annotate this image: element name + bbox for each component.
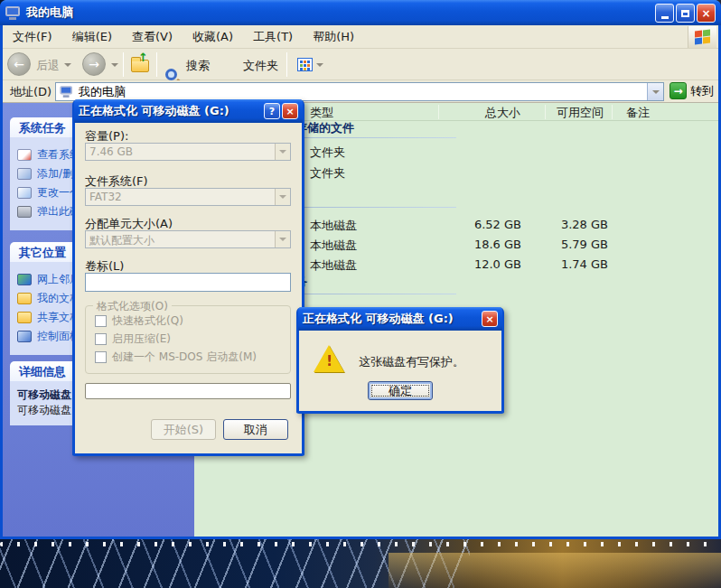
allocation-combobox: 默认配置大小: [85, 230, 291, 248]
toolbar-separator2: [156, 52, 157, 77]
search-label[interactable]: 搜索: [186, 58, 210, 74]
eject-disk-icon: [17, 206, 32, 218]
cancel-button[interactable]: 取消: [223, 419, 288, 440]
format-dialog-close-button[interactable]: ×: [282, 103, 298, 119]
menu-tools[interactable]: 工具(T): [243, 25, 303, 49]
checkbox-icon: [95, 315, 107, 327]
search-icon[interactable]: [165, 69, 177, 80]
quick-format-checkbox[interactable]: 快速格式化(Q): [95, 313, 183, 329]
format-dialog-titlebar[interactable]: 正在格式化 可移动磁盘 (G:) ? ×: [74, 99, 303, 123]
row-disk-2-total: 18.6 GB: [440, 238, 521, 251]
toolbar-separator: [123, 52, 124, 77]
row-disk-1-type[interactable]: 本地磁盘: [310, 218, 357, 234]
window-titlebar[interactable]: 我的电脑 ×: [0, 0, 721, 25]
menu-bar: 文件(F) 编辑(E) 查看(V) 收藏(A) 工具(T) 帮助(H): [3, 25, 718, 49]
back-button[interactable]: ←: [7, 52, 31, 76]
forward-button[interactable]: →: [82, 52, 106, 76]
forward-dropdown-icon[interactable]: [111, 63, 118, 67]
row-folder-2-type[interactable]: 文件夹: [310, 165, 345, 182]
back-dropdown-icon[interactable]: [64, 63, 71, 67]
column-separator2[interactable]: [545, 105, 546, 119]
views-grid-icon: [297, 58, 313, 71]
toolbar: ← 后退 → ↑ 搜索 文件夹: [3, 49, 718, 80]
format-dialog-body: 容量(P): 7.46 GB 文件系统(F) FAT32 分配单元大小(A) 默…: [75, 123, 302, 453]
change-setting-icon: [17, 187, 32, 199]
up-arrow-icon: ↑: [138, 51, 148, 64]
checkbox-icon3: [95, 351, 107, 363]
row-disk-3-type[interactable]: 本地磁盘: [310, 257, 357, 274]
error-message: 这张磁盘有写保护。: [359, 354, 464, 370]
error-dialog: 正在格式化 可移动磁盘 (G:) × ! 这张磁盘有写保护。 确定: [296, 307, 504, 414]
row-disk-1-total: 6.52 GB: [440, 218, 521, 231]
error-dialog-titlebar[interactable]: 正在格式化 可移动磁盘 (G:) ×: [298, 307, 502, 331]
address-value: 我的电脑: [79, 84, 126, 100]
toolbar-separator3: [286, 52, 287, 77]
row-disk-3-free: 1.74 GB: [522, 257, 608, 271]
views-button[interactable]: [294, 52, 330, 77]
maximize-button[interactable]: [676, 4, 695, 23]
capacity-dropdown-icon: [275, 144, 290, 160]
bridge-road-photo: [389, 553, 721, 588]
my-documents-icon: [17, 293, 32, 304]
format-dialog: 正在格式化 可移动磁盘 (G:) ? × 容量(P): 7.46 GB 文件系统…: [72, 99, 304, 456]
enable-compression-checkbox[interactable]: 启用压缩(E): [95, 331, 171, 347]
file-system-dropdown-icon: [275, 189, 290, 205]
my-computer-icon: [5, 6, 22, 20]
column-free-space[interactable]: 可用空间: [522, 105, 604, 121]
error-dialog-body: ! 这张磁盘有写保护。 确定: [299, 331, 501, 411]
ok-button[interactable]: 确定: [368, 381, 433, 400]
checkbox-icon2: [95, 333, 107, 345]
go-label: 转到: [690, 83, 714, 99]
file-system-combobox: FAT32: [85, 188, 291, 206]
network-places-icon: [17, 274, 32, 285]
address-computer-icon: [60, 86, 73, 98]
column-total-size[interactable]: 总大小: [439, 105, 520, 121]
row-disk-2-type[interactable]: 本地磁盘: [310, 238, 357, 254]
system-info-icon: [17, 149, 32, 161]
address-dropdown-button[interactable]: [647, 83, 663, 100]
minimize-button[interactable]: [655, 4, 674, 23]
error-dialog-title: 正在格式化 可移动磁盘 (G:): [303, 311, 454, 327]
shared-documents-icon: [17, 312, 32, 323]
row-disk-3-total: 12.0 GB: [440, 257, 521, 271]
menu-help[interactable]: 帮助(H): [303, 25, 364, 49]
help-button[interactable]: ?: [264, 103, 280, 119]
menu-view[interactable]: 查看(V): [122, 25, 183, 49]
views-caret-icon: [316, 63, 323, 67]
address-combobox[interactable]: 我的电脑: [55, 82, 664, 101]
start-button[interactable]: 开始(S): [151, 419, 216, 440]
column-type[interactable]: 类型: [310, 105, 333, 121]
row-disk-1-free: 3.28 GB: [522, 218, 608, 231]
windows-logo: [688, 26, 716, 48]
allocation-dropdown-icon: [275, 231, 290, 247]
menu-file[interactable]: 文件(F): [3, 25, 62, 49]
column-separator[interactable]: [438, 105, 439, 119]
volume-label-input[interactable]: [85, 273, 291, 292]
format-options-label: 格式化选项(O): [93, 299, 172, 314]
format-options-groupbox: 格式化选项(O) 快速格式化(Q) 启用压缩(E) 创建一个 MS-DOS 启动…: [85, 305, 291, 374]
format-progress-bar: [85, 383, 291, 399]
back-label: 后退: [36, 58, 60, 74]
warning-icon: !: [314, 345, 344, 372]
close-button[interactable]: ×: [697, 4, 716, 23]
msdos-startup-checkbox[interactable]: 创建一个 MS-DOS 启动盘(M): [95, 350, 257, 365]
menu-edit[interactable]: 编辑(E): [62, 25, 122, 49]
windows-flag-icon: [695, 30, 711, 44]
bridge-lights-photo: [0, 542, 721, 546]
folders-label[interactable]: 文件夹: [243, 58, 278, 74]
go-arrow-icon: →: [670, 82, 687, 99]
column-separator3[interactable]: [612, 105, 613, 119]
control-panel-icon: [17, 331, 32, 342]
address-label: 地址(D): [10, 84, 52, 100]
format-dialog-title: 正在格式化 可移动磁盘 (G:): [79, 103, 229, 119]
go-button[interactable]: → 转到: [670, 82, 714, 99]
error-dialog-close-button[interactable]: ×: [482, 311, 498, 327]
row-disk-2-free: 5.79 GB: [522, 238, 608, 251]
add-remove-icon: [17, 168, 32, 180]
window-title: 我的电脑: [26, 5, 73, 21]
capacity-combobox: 7.46 GB: [85, 143, 291, 161]
row-folder-1-type[interactable]: 文件夹: [310, 145, 345, 161]
column-comments[interactable]: 备注: [626, 105, 650, 121]
menu-favorites[interactable]: 收藏(A): [183, 25, 243, 49]
